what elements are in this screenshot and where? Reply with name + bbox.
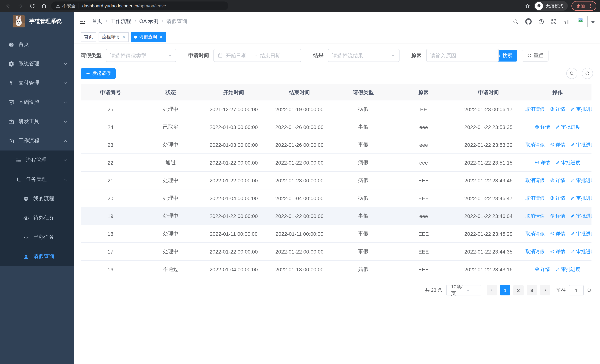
progress-action-link[interactable]: 审批进度 bbox=[571, 213, 592, 219]
close-tab-icon[interactable]: × bbox=[159, 35, 162, 39]
sidebar-item-流程管理[interactable]: 流程管理 bbox=[0, 150, 74, 170]
cell-actions: 取消请假详情审批进度 bbox=[524, 177, 591, 184]
bookmark-star-icon[interactable] bbox=[525, 3, 530, 9]
sidebar-item-系统管理[interactable]: 系统管理 bbox=[0, 54, 74, 73]
sidebar-toggle-icon[interactable] bbox=[77, 18, 88, 25]
refresh-table-button[interactable] bbox=[582, 68, 593, 79]
progress-action-link[interactable]: 审批进度 bbox=[571, 177, 592, 184]
detail-action-link[interactable]: 详情 bbox=[550, 141, 565, 148]
table-row[interactable]: 20处理中2022-01-04 00:00:002022-01-04 00:00… bbox=[81, 189, 591, 207]
cancel-action-link[interactable]: 取消请假 bbox=[524, 248, 545, 255]
next-page-button[interactable] bbox=[540, 285, 550, 295]
table-row[interactable]: 17处理中2022-01-22 00:00:002022-01-22 00:00… bbox=[81, 243, 591, 261]
breadcrumb-item[interactable]: OA 示例 bbox=[139, 18, 159, 25]
sidebar-item-待办任务[interactable]: 待办任务 bbox=[0, 208, 74, 228]
close-tab-icon[interactable]: × bbox=[122, 35, 125, 39]
github-icon[interactable] bbox=[525, 18, 532, 25]
page-size-select[interactable]: 10条/页 bbox=[446, 285, 481, 295]
cancel-action-link[interactable]: 取消请假 bbox=[524, 141, 545, 148]
progress-action-link[interactable]: 审批进度 bbox=[571, 106, 592, 112]
detail-action-link[interactable]: 详情 bbox=[535, 159, 550, 166]
cell-status: 不通过 bbox=[140, 266, 201, 273]
browser-menu-icon[interactable]: ⋮ bbox=[589, 4, 593, 8]
avatar-caret-down-icon[interactable] bbox=[591, 21, 595, 23]
result-select-input[interactable] bbox=[332, 52, 389, 58]
sidebar-item-工作流程[interactable]: 工作流程 bbox=[0, 131, 74, 150]
table-row[interactable]: 23处理中2022-01-03 00:00:002022-01-26 00:00… bbox=[81, 136, 591, 154]
cancel-action-link[interactable]: 取消请假 bbox=[524, 213, 545, 219]
browser-home-icon[interactable] bbox=[39, 1, 49, 11]
page-button-3[interactable]: 3 bbox=[527, 285, 537, 295]
reason-input[interactable] bbox=[430, 52, 495, 58]
browser-back-icon[interactable] bbox=[4, 1, 13, 11]
end-date-input[interactable] bbox=[260, 52, 287, 58]
table-row[interactable]: 24已取消2022-01-03 00:00:002022-01-26 00:00… bbox=[81, 118, 591, 136]
yen-icon: ¥ bbox=[7, 80, 15, 86]
tab-首页[interactable]: 首页 bbox=[81, 32, 96, 42]
progress-action-link[interactable]: 审批进度 bbox=[555, 124, 580, 130]
cancel-action-link[interactable]: 取消请假 bbox=[524, 106, 545, 112]
browser-forward-icon[interactable] bbox=[16, 1, 25, 11]
table-row[interactable]: 25处理中2021-12-27 00:00:002022-01-19 00:00… bbox=[81, 101, 591, 118]
detail-action-link[interactable]: 详情 bbox=[550, 177, 565, 184]
progress-action-link[interactable]: 审批进度 bbox=[571, 141, 592, 148]
cancel-action-link[interactable]: 取消请假 bbox=[524, 230, 545, 237]
progress-action-link[interactable]: 审批进度 bbox=[555, 266, 580, 273]
reason-input-wrap[interactable] bbox=[426, 49, 499, 62]
avatar-broken-image[interactable] bbox=[577, 16, 588, 27]
sidebar-item-研发工具[interactable]: 研发工具 bbox=[0, 112, 74, 131]
table-row[interactable]: 19处理中2022-01-22 00:00:002022-01-22 00:00… bbox=[81, 207, 591, 225]
page-button-2[interactable]: 2 bbox=[513, 285, 524, 295]
detail-action-link[interactable]: 详情 bbox=[550, 248, 565, 255]
prev-page-button[interactable] bbox=[487, 285, 497, 295]
detail-action-link[interactable]: 详情 bbox=[550, 230, 565, 237]
leave-type-select-input[interactable] bbox=[110, 52, 166, 58]
apply-time-range-picker[interactable]: - bbox=[214, 49, 301, 62]
browser-reload-icon[interactable] bbox=[28, 1, 37, 11]
font-size-icon[interactable] bbox=[563, 18, 570, 25]
progress-action-link[interactable]: 审批进度 bbox=[555, 159, 580, 166]
tab-请假查询[interactable]: 请假查询× bbox=[131, 32, 166, 42]
progress-action-link[interactable]: 审批进度 bbox=[571, 248, 592, 255]
table-row[interactable]: 22通过2022-01-22 00:00:002022-01-22 00:00:… bbox=[81, 154, 591, 172]
leave-type-select[interactable] bbox=[106, 49, 176, 62]
table-row[interactable]: 21处理中2022-01-22 00:00:002022-01-23 00:00… bbox=[81, 172, 591, 189]
start-date-input[interactable] bbox=[226, 52, 252, 58]
page-button-1[interactable]: 1 bbox=[500, 285, 510, 295]
progress-action-link[interactable]: 审批进度 bbox=[571, 195, 592, 201]
tab-流程详情[interactable]: 流程详情× bbox=[99, 32, 128, 42]
not-secure-warning-icon[interactable] bbox=[56, 3, 60, 8]
sidebar-item-基础设施[interactable]: 基础设施 bbox=[0, 93, 74, 112]
address-bar[interactable]: 不安全 dashboard.yudao.iocoder.cn/bpm/oa/le… bbox=[51, 1, 228, 10]
result-select[interactable] bbox=[328, 49, 400, 62]
table-row[interactable]: 16不通过2022-01-04 00:00:002022-01-13 00:00… bbox=[81, 261, 591, 278]
detail-action-link[interactable]: 详情 bbox=[550, 195, 565, 201]
app-logo-row[interactable]: 芋道管理系统 bbox=[0, 12, 74, 30]
detail-action-link[interactable]: 详情 bbox=[535, 266, 550, 273]
breadcrumb-item[interactable]: 首页 bbox=[92, 18, 102, 25]
cancel-action-link[interactable]: 取消请假 bbox=[524, 195, 545, 201]
progress-action-link[interactable]: 审批进度 bbox=[571, 230, 592, 237]
help-icon[interactable] bbox=[538, 18, 544, 25]
cancel-action-link[interactable]: 取消请假 bbox=[524, 177, 545, 184]
detail-action-link[interactable]: 详情 bbox=[550, 213, 565, 219]
sidebar-item-已办任务[interactable]: 已办任务 bbox=[0, 228, 74, 247]
detail-action-link[interactable]: 详情 bbox=[535, 124, 550, 130]
progress-icon bbox=[555, 267, 560, 272]
navbar: 首页/工作流程/OA 示例/请假查询 bbox=[74, 12, 600, 31]
table-row[interactable]: 18处理中2022-01-11 00:00:002022-01-11 00:00… bbox=[81, 225, 591, 243]
show-search-button[interactable] bbox=[566, 68, 577, 79]
detail-action-link[interactable]: 详情 bbox=[550, 106, 565, 112]
sidebar-item-我的流程[interactable]: 我的流程 bbox=[0, 189, 74, 208]
fullscreen-icon[interactable] bbox=[551, 18, 557, 25]
browser-update-button[interactable]: 更新 ⋮ bbox=[572, 1, 596, 11]
sidebar-item-任务管理[interactable]: 任务管理 bbox=[0, 170, 74, 189]
search-icon[interactable] bbox=[513, 18, 519, 25]
sidebar-item-首页[interactable]: 首页 bbox=[0, 35, 74, 54]
create-leave-button[interactable]: 发起请假 bbox=[81, 68, 116, 79]
reset-button[interactable]: 重置 bbox=[522, 49, 548, 61]
breadcrumb-item[interactable]: 工作流程 bbox=[111, 18, 131, 25]
sidebar-item-支付管理[interactable]: ¥支付管理 bbox=[0, 73, 74, 93]
sidebar-item-请假查询[interactable]: 请假查询 bbox=[0, 247, 74, 266]
goto-page-input[interactable] bbox=[569, 285, 584, 295]
